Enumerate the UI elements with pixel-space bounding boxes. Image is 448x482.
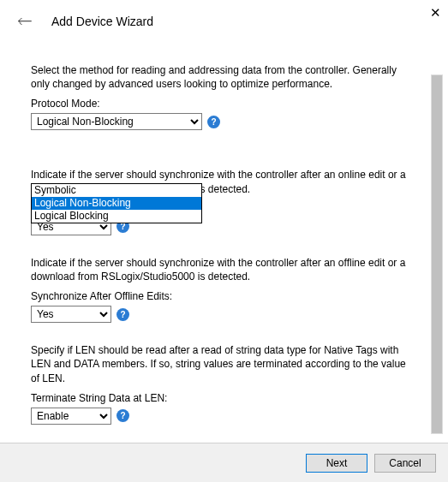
desc-sync-offline: Indicate if the server should synchroniz… <box>31 256 417 283</box>
close-icon[interactable]: ✕ <box>430 5 441 20</box>
section-sync-offline: Indicate if the server should synchroniz… <box>31 256 417 323</box>
terminate-select[interactable]: Enable <box>31 408 111 425</box>
section-terminate: Specify if LEN should be read after a re… <box>31 343 417 425</box>
desc-terminate: Specify if LEN should be read after a re… <box>31 343 417 385</box>
cancel-button[interactable]: Cancel <box>374 454 436 473</box>
sync-offline-select[interactable]: Yes <box>31 306 111 323</box>
vertical-scrollbar[interactable] <box>431 74 443 434</box>
label-protocol: Protocol Mode: <box>31 98 417 110</box>
dropdown-option-symbolic[interactable]: Symbolic <box>32 184 201 197</box>
help-icon[interactable]: ? <box>207 116 220 128</box>
page-title: Add Device Wizard <box>51 15 153 28</box>
section-protocol-mode: Select the method for reading and addres… <box>31 63 417 130</box>
label-sync-offline: Synchronize After Offline Edits: <box>31 290 417 302</box>
label-terminate: Terminate String Data at LEN: <box>31 392 417 404</box>
dropdown-option-logical-non-blocking[interactable]: Logical Non-Blocking <box>32 197 201 210</box>
wizard-header: 🡐 Add Device Wizard <box>0 0 448 36</box>
back-arrow-icon[interactable]: 🡐 <box>17 14 33 29</box>
help-icon[interactable]: ? <box>116 409 129 422</box>
scrollbar-thumb[interactable] <box>432 75 442 433</box>
protocol-mode-select[interactable]: Logical Non-Blocking <box>31 113 202 130</box>
protocol-mode-dropdown[interactable]: Symbolic Logical Non-Blocking Logical Bl… <box>31 183 202 223</box>
dropdown-option-logical-blocking[interactable]: Logical Blocking <box>32 210 201 223</box>
next-button[interactable]: Next <box>306 454 367 473</box>
help-icon[interactable]: ? <box>116 308 129 321</box>
content-area: Select the method for reading and addres… <box>0 51 448 441</box>
wizard-footer: Next Cancel <box>0 443 448 482</box>
desc-protocol: Select the method for reading and addres… <box>31 63 417 91</box>
